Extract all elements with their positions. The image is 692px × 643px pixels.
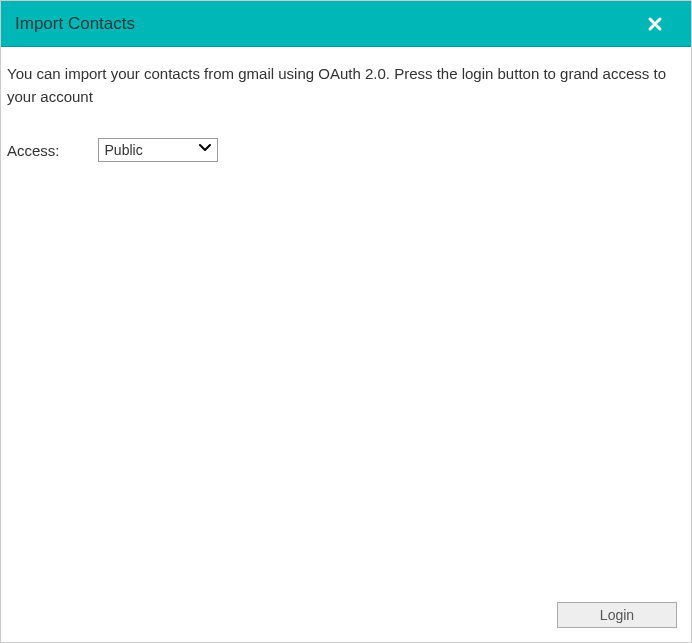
dialog-header: Import Contacts bbox=[1, 1, 691, 47]
import-contacts-dialog: Import Contacts You can import your cont… bbox=[0, 0, 692, 643]
access-select[interactable]: Public bbox=[98, 138, 218, 162]
description-text: You can import your contacts from gmail … bbox=[1, 47, 691, 108]
dialog-body: You can import your contacts from gmail … bbox=[1, 47, 691, 592]
dialog-footer: Login bbox=[1, 592, 691, 642]
access-label: Access: bbox=[7, 142, 60, 159]
dialog-title: Import Contacts bbox=[15, 14, 135, 34]
chevron-down-icon bbox=[199, 141, 211, 157]
login-button[interactable]: Login bbox=[557, 602, 677, 628]
access-row: Access: Public bbox=[1, 138, 691, 162]
close-icon[interactable] bbox=[643, 12, 667, 36]
access-select-value: Public bbox=[99, 142, 143, 158]
